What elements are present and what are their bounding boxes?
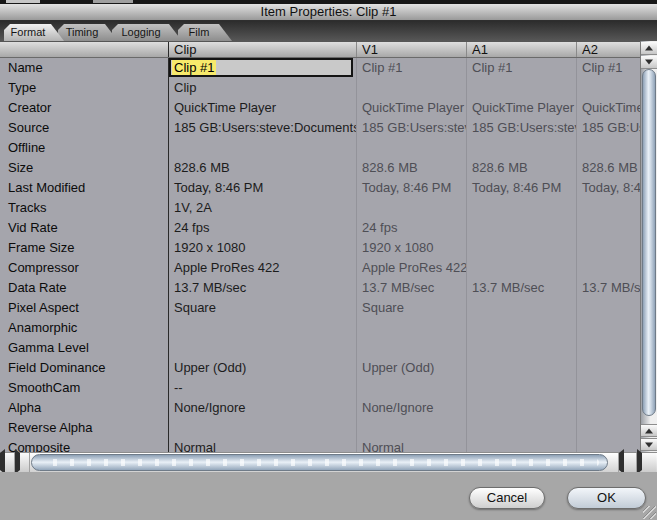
cell-v1: None/Ignore [356,398,466,418]
cell-a1: Clip #1 [466,58,576,78]
scroll-down-button[interactable] [641,56,657,69]
cell-a1: Today, 8:46 PM [466,178,576,198]
cell-a2 [576,198,640,218]
horizontal-scrollbar[interactable] [0,452,657,472]
cell-a2 [576,138,640,158]
cell-a2 [576,418,640,438]
title-bar[interactable]: Item Properties: Clip #1 [0,4,657,21]
cell-clip [168,318,356,338]
cell-a1 [466,358,576,378]
column-header-a2: A2 [576,42,640,57]
cell-v1: Normal [356,438,466,452]
row-label: Name [0,58,168,78]
cell-a1 [466,418,576,438]
row-label: SmoothCam [0,378,168,398]
cell-clip: 828.6 MB [168,158,356,178]
cell-a1: QuickTime Player [466,98,576,118]
cell-v1 [356,378,466,398]
tab-format[interactable]: Format [4,24,64,41]
cell-clip: Clip [168,78,356,98]
cell-a1 [466,138,576,158]
row-label: Creator [0,98,168,118]
table-row: Offline [0,138,640,158]
ok-button[interactable]: OK [567,487,646,509]
cell-a2 [576,338,640,358]
table-row: Vid Rate24 fps24 fps [0,218,640,238]
cell-a1: 13.7 MB/sec [466,278,576,298]
cancel-button[interactable]: Cancel [469,487,545,509]
arrow-right-icon [15,449,20,474]
scroll-up-button[interactable] [641,424,657,437]
tab-logging[interactable]: Logging [112,24,182,41]
cell-clip [168,138,356,158]
cell-a1 [466,398,576,418]
cell-v1: Apple ProRes 422 [356,258,466,278]
cell-a2 [576,398,640,418]
cell-clip: Upper (Odd) [168,358,356,378]
table-row: Pixel AspectSquareSquare [0,298,640,318]
row-label: Size [0,158,168,178]
cell-clip: 13.7 MB/sec [168,278,356,298]
cell-a1 [466,218,576,238]
background-window-fragment [93,0,133,3]
table-row: Last ModifiedToday, 8:46 PMToday, 8:46 P… [0,178,640,198]
cell-clip: -- [168,378,356,398]
table-row: Data Rate13.7 MB/sec13.7 MB/sec13.7 MB/s… [0,278,640,298]
scroll-right-button[interactable] [15,453,30,472]
table-body: NameClip #1Clip #1Clip #1Clip #1TypeClip… [0,58,640,452]
row-label: Frame Size [0,238,168,258]
column-header-v1: V1 [356,42,466,57]
table-row: CreatorQuickTime PlayerQuickTime PlayerQ… [0,98,640,118]
table-row: TypeClip [0,78,640,98]
scroll-left-button[interactable] [0,453,15,472]
column-header-a1: A1 [466,42,576,57]
cell-a2: QuickTime Player [576,98,640,118]
row-label: Compressor [0,258,168,278]
cell-a2 [576,218,640,238]
vertical-scrollbar[interactable] [640,41,657,452]
scroll-right-button[interactable] [637,453,656,472]
row-label: Last Modified [0,178,168,198]
horizontal-scrollbar-thumb[interactable] [31,454,608,471]
arrow-down-icon [645,442,653,447]
cell-a1 [466,198,576,218]
scroll-up-button[interactable] [641,42,657,55]
cell-clip: Today, 8:46 PM [168,178,356,198]
vertical-scrollbar-thumb[interactable] [642,69,656,416]
cell-a2 [576,258,640,278]
dialog-footer: Cancel OK [0,472,657,520]
table-row: SmoothCam-- [0,378,640,398]
scroll-down-button[interactable] [641,438,657,451]
cell-clip: 24 fps [168,218,356,238]
cell-a1 [466,378,576,398]
cell-a1 [466,258,576,278]
cell-a2 [576,78,640,98]
arrow-left-icon [619,449,624,474]
column-header-empty [0,42,168,57]
table-row: Tracks1V, 2A [0,198,640,218]
cell-a1 [466,338,576,358]
cell-a1: 185 GB:Users:steve:Documents [466,118,576,138]
resize-grip-icon[interactable] [643,506,656,519]
cell-v1: 185 GB:Users:steve:Documents [356,118,466,138]
tab-bar: Format Timing Logging Film [0,21,657,41]
table-row: Field DominanceUpper (Odd)Upper (Odd) [0,358,640,378]
cell-v1: 1920 x 1080 [356,238,466,258]
cell-a1 [466,318,576,338]
cell-a2 [576,298,640,318]
tab-timing[interactable]: Timing [58,24,118,41]
arrow-left-icon [0,449,5,474]
name-edit-field[interactable]: Clip #1 [169,58,353,77]
scroll-left-button[interactable] [618,453,637,472]
row-label: Pixel Aspect [0,298,168,318]
cell-v1: QuickTime Player [356,98,466,118]
cell-a1 [466,438,576,452]
tab-film[interactable]: Film [178,24,232,41]
cell-v1 [356,138,466,158]
cell-clip: QuickTime Player [168,98,356,118]
cell-a2 [576,438,640,452]
table-row: Size828.6 MB828.6 MB828.6 MB828.6 MB [0,158,640,178]
table-row: Frame Size1920 x 10801920 x 1080 [0,238,640,258]
row-label: Anamorphic [0,318,168,338]
cell-a1: 828.6 MB [466,158,576,178]
